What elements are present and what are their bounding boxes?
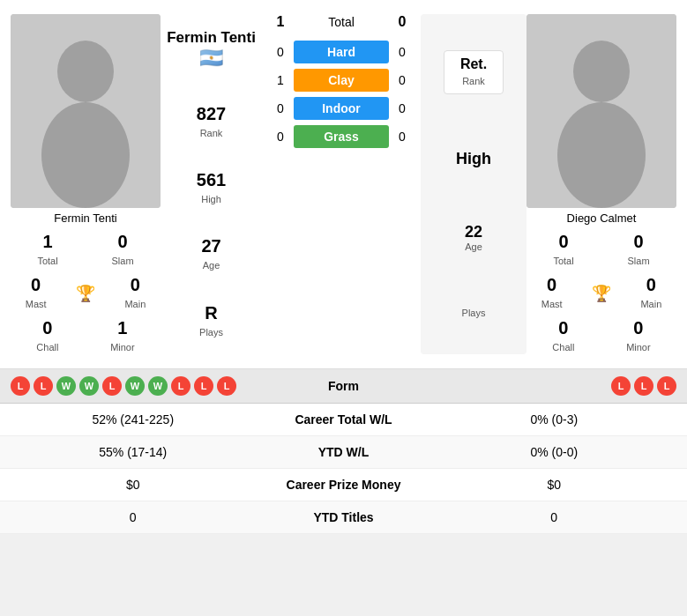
- left-rank-value: 827: [197, 104, 226, 124]
- indoor-row: 0 Indoor 0: [267, 97, 415, 120]
- right-mast-label: Mast: [541, 299, 563, 309]
- left-total-label: Total: [37, 256, 57, 266]
- stats-right-0: 0% (0-3): [432, 412, 677, 427]
- stats-left-2: $0: [11, 478, 256, 492]
- stats-right-2: $0: [432, 478, 677, 492]
- left-mast-label: Mast: [26, 299, 47, 309]
- hard-right-score: 0: [389, 45, 415, 59]
- right-player-section: Diego Calmet 0 Total 0 Slam 0 Mast 🏆: [526, 14, 676, 354]
- svg-point-1: [57, 41, 114, 102]
- form-section: LLWWLWWLLL Form LLL: [0, 369, 687, 404]
- left-mast-cell: 0 Mast: [26, 275, 47, 311]
- right-mast-cell: 0 Mast: [541, 275, 563, 311]
- left-chall-value: 0: [36, 318, 58, 338]
- left-total-value: 1: [37, 232, 57, 252]
- right-slam-cell: 0 Slam: [628, 232, 650, 268]
- indoor-right-score: 0: [389, 101, 415, 115]
- comparison-section: Fermin Tenti 1 Total 0 Slam 0 Mast 🏆: [0, 0, 687, 369]
- left-high-label: High: [201, 194, 221, 204]
- form-center-label: Form: [256, 379, 432, 393]
- right-trophy-icon: 🏆: [592, 284, 611, 303]
- right-high-value: High: [456, 150, 491, 167]
- left-minor-cell: 1 Minor: [110, 318, 135, 354]
- left-trophy-icon: 🏆: [76, 284, 95, 303]
- right-slam-value: 0: [628, 232, 650, 252]
- right-mast-value: 0: [541, 275, 563, 295]
- clay-badge: Clay: [294, 69, 389, 92]
- right-main-label: Main: [640, 299, 661, 309]
- stats-right-3: 0: [432, 510, 677, 524]
- clay-row: 1 Clay 0: [267, 69, 415, 92]
- clay-left-score: 1: [267, 73, 294, 87]
- right-main-cell: 0 Main: [640, 275, 661, 311]
- stats-center-1: YTD W/L: [256, 445, 432, 459]
- right-minor-cell: 0 Minor: [626, 318, 651, 354]
- high-block: 561 High: [197, 170, 226, 206]
- right-total-label: Total: [553, 256, 573, 266]
- form-left-badge-3: W: [79, 376, 99, 396]
- ret-value: Ret.: [460, 56, 487, 72]
- left-player-name-below: Fermin Tenti: [11, 212, 161, 225]
- right-high-block: High: [456, 150, 491, 168]
- svg-point-4: [573, 41, 630, 102]
- total-row: 1 Total 0: [267, 14, 415, 30]
- left-main-cell: 0 Main: [124, 275, 146, 311]
- stats-center-3: YTD Titles: [256, 510, 432, 524]
- hard-left-score: 0: [267, 45, 294, 59]
- stats-center-2: Career Prize Money: [256, 478, 432, 492]
- left-rank-label: Rank: [200, 128, 223, 138]
- right-total-value: 0: [553, 232, 573, 252]
- left-age-label: Age: [203, 260, 220, 271]
- main-container: Fermin Tenti 1 Total 0 Slam 0 Mast 🏆: [0, 0, 687, 534]
- form-right-badge-2: L: [657, 376, 676, 396]
- left-slam-cell: 0 Slam: [112, 232, 134, 268]
- middle-stats: Fermin Tenti 🇦🇷 827 Rank 561 High 27 Age…: [161, 14, 262, 354]
- stats-row-2: $0Career Prize Money$0: [0, 469, 687, 501]
- form-right-badge-0: L: [611, 376, 631, 396]
- right-minor-value: 0: [626, 318, 651, 338]
- plays-block: R Plays: [199, 303, 223, 339]
- indoor-badge: Indoor: [294, 97, 389, 120]
- svg-point-5: [557, 102, 646, 208]
- right-plays-block: Plays: [462, 308, 486, 318]
- stats-left-1: 55% (17-14): [11, 445, 256, 459]
- total-label: Total: [294, 15, 389, 29]
- left-slam-value: 0: [112, 232, 134, 252]
- form-left-badge-6: W: [148, 376, 168, 396]
- indoor-left-score: 0: [267, 101, 294, 115]
- right-chall-value: 0: [552, 318, 574, 338]
- form-left-badge-4: L: [102, 376, 122, 396]
- form-left-badge-0: L: [11, 376, 30, 396]
- court-stats: 1 Total 0 0 Hard 0 1 Clay 0 0 Indoor 0: [262, 14, 421, 354]
- left-plays-value: R: [199, 303, 223, 323]
- right-age-block: 22 Age: [465, 223, 482, 252]
- stats-table: 52% (241-225)Career Total W/L0% (0-3)55%…: [0, 404, 687, 534]
- stats-row-0: 52% (241-225)Career Total W/L0% (0-3): [0, 404, 687, 436]
- right-special-stats: Ret. Rank High 22 Age Plays: [421, 14, 526, 354]
- form-left-badge-5: W: [125, 376, 145, 396]
- stats-row-3: 0YTD Titles0: [0, 501, 687, 534]
- right-chall-cell: 0 Chall: [552, 318, 574, 354]
- right-player-photo: [526, 14, 676, 208]
- form-left-badge-9: L: [217, 376, 236, 396]
- right-age-value: 22: [465, 223, 482, 241]
- left-chall-cell: 0 Chall: [36, 318, 58, 354]
- right-plays-label: Plays: [462, 308, 486, 318]
- ret-block: Ret. Rank: [444, 50, 504, 94]
- total-score-left: 1: [267, 14, 294, 30]
- ret-label: Rank: [462, 76, 485, 86]
- left-main-value: 0: [124, 275, 146, 295]
- right-player-name-below: Diego Calmet: [567, 212, 637, 225]
- left-chall-label: Chall: [36, 342, 58, 353]
- stats-center-0: Career Total W/L: [256, 412, 432, 427]
- grass-right-score: 0: [389, 130, 415, 144]
- left-player-name-top: Fermin Tenti 🇦🇷: [167, 29, 256, 70]
- right-total-cell: 0 Total: [553, 232, 573, 268]
- stats-row-1: 55% (17-14)YTD W/L0% (0-0): [0, 436, 687, 469]
- left-main-label: Main: [124, 299, 146, 309]
- form-left: LLWWLWWLLL: [11, 376, 256, 396]
- form-left-badge-8: L: [194, 376, 213, 396]
- form-right-badge-1: L: [634, 376, 653, 396]
- left-age-value: 27: [201, 236, 220, 256]
- svg-point-2: [41, 102, 130, 208]
